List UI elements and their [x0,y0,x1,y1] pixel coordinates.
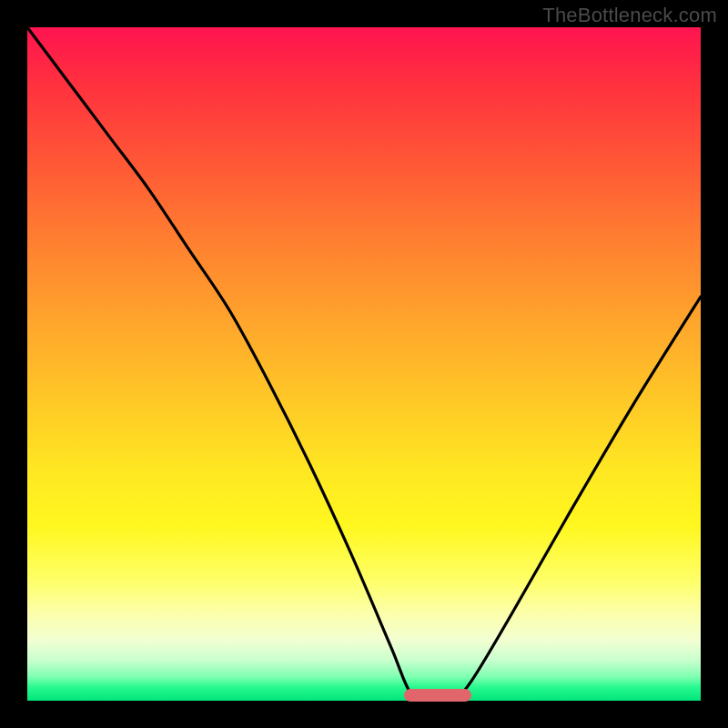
watermark-text: TheBottleneck.com [542,4,717,27]
plot-area [27,27,701,701]
curve-path [27,27,701,701]
bottleneck-curve [27,27,701,701]
optimal-range-marker [404,689,471,702]
chart-frame: TheBottleneck.com [0,0,728,728]
